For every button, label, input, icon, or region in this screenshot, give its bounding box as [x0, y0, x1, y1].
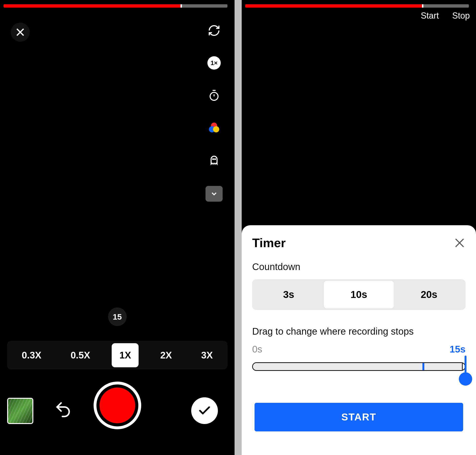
slider-existing-mark	[422, 363, 424, 370]
start-timer-button[interactable]: START	[254, 403, 463, 431]
undo-icon	[55, 402, 71, 418]
filters-icon	[208, 122, 220, 134]
slider-handle-line[interactable]	[465, 356, 467, 373]
segment-stop-label[interactable]: Stop	[452, 11, 470, 21]
progress-handle-labels: Start Stop	[421, 11, 470, 21]
segment-start-label[interactable]: Start	[421, 11, 439, 21]
speed-badge: 1×	[207, 56, 221, 70]
gallery-thumbnail[interactable]	[7, 398, 33, 424]
drag-instruction-label: Drag to change where recording stops	[252, 326, 466, 337]
zoom-selector: 0.3X 0.5X 1X 2X 3X	[7, 341, 227, 369]
check-icon	[198, 404, 211, 418]
progress-remaining	[182, 4, 227, 8]
effects-button[interactable]	[207, 154, 221, 167]
record-button[interactable]	[94, 382, 141, 429]
close-icon	[454, 237, 466, 249]
camera-screen: 1× 15 0.3X 0.5X 1X	[0, 0, 235, 455]
svg-point-0	[210, 92, 218, 100]
timer-icon	[208, 89, 220, 101]
flip-camera-icon	[208, 24, 221, 37]
slider-handle[interactable]	[459, 372, 472, 386]
camera-tools: 1×	[206, 24, 223, 202]
zoom-option-0.3x[interactable]: 0.3X	[14, 343, 49, 367]
svg-point-3	[213, 126, 219, 132]
sheet-title: Timer	[252, 236, 286, 250]
recording-progress-bar	[4, 4, 227, 8]
ghost-icon	[208, 154, 220, 166]
range-min-label: 0s	[252, 344, 262, 355]
stop-point-slider[interactable]	[252, 360, 466, 381]
timer-button[interactable]	[207, 89, 221, 102]
progress-remaining	[423, 4, 469, 8]
range-max-label: 15s	[450, 344, 466, 355]
countdown-segmented-control: 3s 10s 20s	[252, 279, 466, 310]
svg-point-4	[213, 159, 213, 159]
zoom-option-0.5x[interactable]: 0.5X	[63, 343, 98, 367]
zoom-option-2x[interactable]: 2X	[153, 343, 180, 367]
undo-button[interactable]	[54, 400, 73, 419]
slider-track	[252, 362, 466, 371]
flip-camera-button[interactable]	[207, 24, 221, 37]
timer-sheet-screen: Start Stop Timer Countdown 3s 10s 20s Dr…	[242, 0, 476, 455]
close-icon	[15, 27, 25, 37]
zoom-option-1x[interactable]: 1X	[112, 343, 139, 367]
speed-button[interactable]: 1×	[207, 56, 221, 70]
countdown-label: Countdown	[252, 261, 466, 272]
countdown-option-3s[interactable]: 3s	[254, 281, 324, 309]
filters-button[interactable]	[207, 121, 221, 134]
slider-fill	[253, 363, 463, 370]
expand-tools-button[interactable]	[206, 186, 223, 202]
countdown-option-10s[interactable]: 10s	[324, 281, 394, 309]
chevron-down-icon	[210, 190, 218, 198]
progress-marker	[181, 4, 182, 8]
timer-sheet: Timer Countdown 3s 10s 20s Drag to chang…	[242, 225, 476, 455]
recording-progress-bar	[245, 4, 469, 8]
close-button[interactable]	[11, 23, 30, 42]
countdown-option-20s[interactable]: 20s	[394, 281, 464, 309]
svg-point-5	[215, 159, 215, 159]
sheet-close-button[interactable]	[454, 237, 466, 249]
clip-duration-badge[interactable]: 15	[108, 308, 127, 326]
zoom-option-3x[interactable]: 3X	[194, 343, 221, 367]
progress-filled	[245, 4, 422, 8]
record-indicator	[100, 388, 135, 423]
confirm-button[interactable]	[191, 397, 218, 424]
progress-filled	[4, 4, 181, 8]
progress-marker	[422, 4, 423, 8]
